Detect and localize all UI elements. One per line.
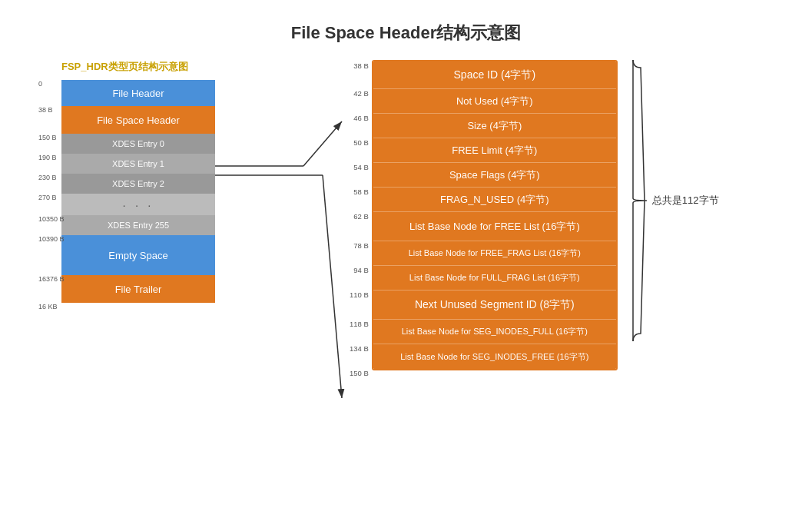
right-block-frag-n-used: FRAG_N_USED (4字节): [373, 188, 616, 212]
left-label-190b: 190 B: [38, 154, 57, 161]
left-label-150b: 150 B: [38, 134, 57, 141]
left-subtitle: FSP_HDR类型页结构示意图: [61, 60, 238, 74]
right-label-38b: 38 B: [353, 60, 369, 88]
block-dots: · · ·: [61, 194, 215, 215]
right-label-58b: 58 B: [353, 186, 369, 211]
right-label-118b: 118 B: [350, 318, 369, 343]
left-label-16kb: 16 KB: [38, 303, 58, 310]
svg-line-2: [303, 121, 342, 166]
right-block-next-unused-seg: Next Unused Segment ID (8字节): [373, 291, 616, 320]
right-block-space-flags: Space Flags (4字节): [373, 163, 616, 188]
right-note-text: 总共是112字节: [652, 194, 719, 208]
right-side-note: 总共是112字节: [625, 60, 648, 341]
svg-line-4: [323, 175, 342, 398]
right-label-50b: 50 B: [353, 137, 369, 161]
right-block-free-limit: FREE Limit (4字节): [373, 138, 616, 163]
left-label-230b: 230 B: [38, 174, 57, 181]
left-label-0: 0: [38, 80, 42, 88]
right-blocks: Space ID (4字节) Not Used (4字节) Size (4字节)…: [372, 60, 618, 370]
right-label-78b: 78 B: [353, 240, 369, 264]
block-xdes-255: XDES Entry 255: [61, 215, 215, 235]
right-block-seg-inodes-free: List Base Node for SEG_INODES_FREE (16字节…: [373, 344, 616, 369]
block-empty-space: Empty Space: [61, 235, 215, 275]
left-label-10390b: 10390 B: [38, 235, 65, 243]
right-block-size: Size (4字节): [373, 114, 616, 138]
block-file-space-header: File Space Header: [61, 106, 215, 134]
block-xdes-2: XDES Entry 2: [61, 174, 215, 194]
right-label-94b: 94 B: [353, 264, 369, 289]
right-labels: 38 B 42 B 46 B 50 B 54 B 58 B 62 B 78 B …: [350, 60, 369, 378]
right-label-46b: 46 B: [353, 112, 369, 137]
right-block-not-used: Not Used (4字节): [373, 89, 616, 114]
right-label-134b: 134 B: [350, 343, 369, 367]
left-label-38b: 38 B: [38, 106, 53, 114]
left-label-10350b: 10350 B: [38, 215, 65, 223]
right-block-space-id: Space ID (4字节): [373, 61, 616, 89]
block-file-header: File Header: [61, 80, 215, 106]
right-label-42b: 42 B: [353, 88, 369, 112]
right-block-full-frag-list: List Base Node for FULL_FRAG List (16字节): [373, 266, 616, 291]
block-xdes-1: XDES Entry 1: [61, 154, 215, 174]
page-title: File Space Header结构示意图: [0, 0, 812, 60]
block-file-trailer: File Trailer: [61, 275, 215, 303]
right-label-62b: 62 B: [353, 211, 369, 240]
right-block-free-frag-list: List Base Node for FREE_FRAG List (16字节): [373, 241, 616, 266]
brace-svg: [625, 60, 648, 341]
right-block-free-list: List Base Node for FREE List (16字节): [373, 212, 616, 241]
left-label-16376b: 16376 B: [38, 275, 65, 283]
right-label-54b: 54 B: [353, 161, 369, 186]
right-label-110b: 110 B: [350, 289, 369, 318]
block-xdes-0: XDES Entry 0: [61, 134, 215, 154]
right-block-seg-inodes-full: List Base Node for SEG_INODES_FULL (16字节…: [373, 320, 616, 344]
left-label-270b: 270 B: [38, 194, 57, 201]
right-label-150b: 150 B: [350, 367, 369, 378]
